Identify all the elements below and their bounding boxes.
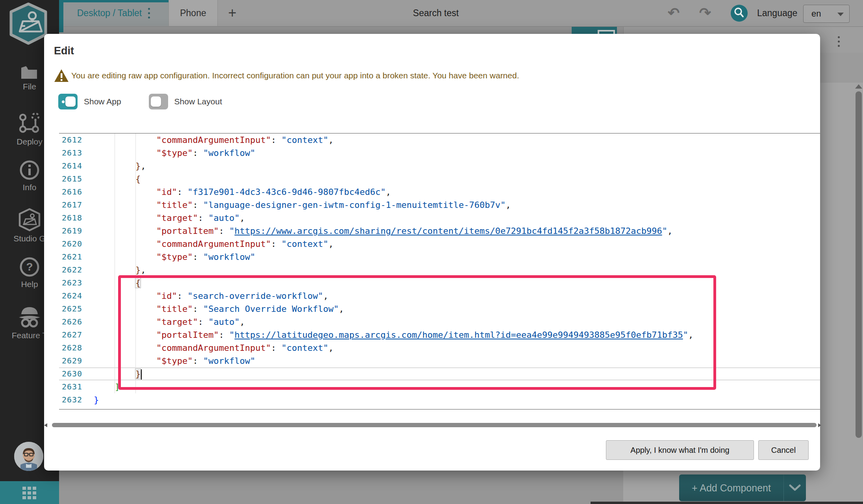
add-component-label: + Add Component	[679, 482, 783, 494]
svg-text:?: ?	[26, 261, 33, 273]
line-number: 2622	[62, 263, 82, 276]
app-root: + Add Component Desktop / Tablet Phone +…	[0, 0, 863, 504]
apply-button[interactable]: Apply, I know what I'm doing	[606, 440, 754, 460]
line-number: 2621	[62, 250, 82, 263]
scrollbar-thumb[interactable]	[52, 423, 817, 427]
line-number: 2616	[62, 185, 82, 198]
chevron-down-icon[interactable]	[784, 484, 806, 491]
toggle-knob	[65, 96, 76, 107]
redo-button[interactable]: ↷	[696, 0, 714, 26]
show-app-label: Show App	[84, 97, 121, 106]
line-number: 2628	[62, 341, 82, 354]
line-number: 2631	[62, 380, 82, 393]
line-number: 2630	[62, 367, 82, 380]
language-label: Language	[757, 0, 797, 26]
code-line-2614[interactable]: 2614},	[59, 159, 820, 172]
code-line-2613[interactable]: 2613"$type": "workflow"	[59, 146, 820, 159]
add-tab-button[interactable]: +	[223, 0, 242, 26]
editor-horizontal-scrollbar[interactable]	[47, 422, 817, 427]
tab-phone[interactable]: Phone	[169, 0, 218, 26]
app-title: Search test	[377, 0, 495, 26]
line-number: 2632	[62, 393, 82, 406]
toggle-knob	[151, 96, 161, 107]
dropdown-caret-icon	[837, 13, 844, 16]
line-number: 2629	[62, 354, 82, 367]
add-component-button[interactable]: + Add Component	[679, 474, 806, 501]
code-line-2618[interactable]: 2618"target": "auto",	[59, 211, 820, 224]
line-number: 2618	[62, 211, 82, 224]
tab-label: Phone	[180, 8, 206, 19]
warning-text: You are editing raw app configuration. I…	[71, 71, 519, 80]
code-line-2621[interactable]: 2621"$type": "workflow"	[59, 250, 820, 263]
line-number: 2626	[62, 315, 82, 328]
edit-dialog: Edit You are editing raw app configurati…	[44, 34, 820, 471]
cancel-button[interactable]: Cancel	[758, 440, 809, 460]
panel-scrollbar[interactable]	[856, 91, 862, 438]
line-number: 2612	[62, 133, 82, 146]
show-layout-toggle[interactable]	[149, 94, 168, 109]
line-number: 2614	[62, 159, 82, 172]
tab-label: Desktop / Tablet	[77, 8, 142, 19]
code-line-2612[interactable]: 2612"commandArgumentInput": "context",	[59, 133, 820, 146]
toggle-dot	[62, 100, 65, 103]
warning-banner: You are editing raw app configuration. I…	[54, 69, 519, 83]
language-dropdown[interactable]: en	[803, 5, 850, 23]
scroll-left-arrow[interactable]	[44, 423, 47, 427]
help-icon: ?	[19, 257, 40, 277]
tab-kebab-menu-icon[interactable]	[148, 6, 150, 21]
line-number: 2624	[62, 289, 82, 302]
search-button[interactable]	[731, 5, 748, 22]
folder-icon	[20, 65, 39, 80]
search-icon	[731, 5, 748, 22]
line-number: 2619	[62, 224, 82, 237]
active-tab-accent	[59, 0, 169, 2]
info-icon	[19, 160, 40, 180]
line-number: 2617	[62, 198, 82, 211]
toggle-row: Show App Show Layout	[58, 94, 250, 109]
code-line-2617[interactable]: 2617"title": "language-designer-gen-iwtm…	[59, 198, 820, 211]
tab-desktop-tablet[interactable]: Desktop / Tablet	[59, 0, 169, 26]
code-line-2619[interactable]: 2619"portalItem": "https://www.arcgis.co…	[59, 224, 820, 237]
active-tab-accent-edge	[59, 0, 63, 32]
code-line-2616[interactable]: 2616"id": "f317e901-4dc3-43c6-9d46-9807f…	[59, 185, 820, 198]
code-line-2632[interactable]: 2632}	[59, 393, 820, 406]
line-number: 2620	[62, 237, 82, 250]
dialog-title: Edit	[54, 45, 74, 57]
panel-scroll-up-arrow[interactable]	[855, 84, 862, 89]
code-line-2622[interactable]: 2622},	[59, 263, 820, 276]
undo-button[interactable]: ↶	[665, 0, 683, 26]
user-avatar[interactable]	[14, 442, 43, 471]
line-number: 2625	[62, 302, 82, 315]
deploy-icon	[18, 112, 41, 135]
studio-go-icon	[18, 208, 41, 232]
code-line-2615[interactable]: 2615{	[59, 172, 820, 185]
feature-tips-icon	[17, 304, 43, 328]
annotation-highlight-box	[118, 275, 716, 390]
scroll-right-arrow[interactable]	[818, 423, 821, 427]
app-grid-icon[interactable]	[22, 487, 38, 500]
show-app-toggle[interactable]	[58, 94, 78, 109]
panel-kebab-menu-icon[interactable]	[838, 34, 840, 49]
language-value: en	[811, 9, 821, 19]
code-line-2620[interactable]: 2620"commandArgumentInput": "context",	[59, 237, 820, 250]
show-layout-label: Show Layout	[174, 97, 222, 106]
app-logo[interactable]	[8, 2, 49, 46]
top-header-bar: Desktop / Tablet Phone + Search test ↶ ↷…	[0, 0, 863, 27]
line-number: 2615	[62, 172, 82, 185]
warning-icon	[54, 69, 69, 83]
line-number: 2627	[62, 328, 82, 341]
line-number: 2623	[62, 276, 82, 289]
line-number: 2613	[62, 146, 82, 159]
canvas-bottom-edge	[591, 502, 863, 504]
